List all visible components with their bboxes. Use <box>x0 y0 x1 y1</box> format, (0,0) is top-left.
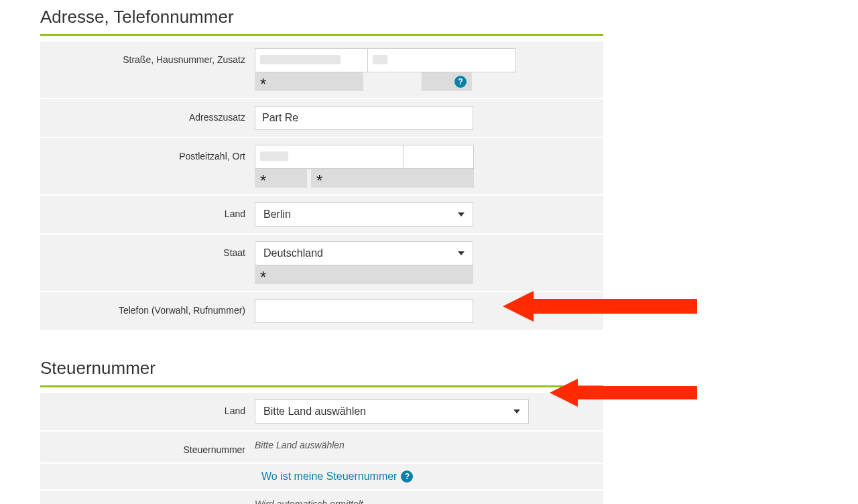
label-addr-extra: Adresszusatz <box>40 106 255 123</box>
land-select-value: Berlin <box>263 208 291 220</box>
annotation-arrow <box>550 379 697 407</box>
row-plz-ort: Postleitzahl, Ort * * <box>40 138 603 194</box>
row-tax-land: Land Bitte Land auswählen <box>40 393 603 430</box>
where-tax-number-link[interactable]: Wo ist meine Steuernummer ? <box>261 470 413 483</box>
section-title-address: Adresse, Telefonnummer <box>40 7 603 32</box>
asterisk-icon: * <box>260 76 266 92</box>
svg-marker-1 <box>550 379 697 407</box>
row-street: Straße, Hausnummer, Zusatz * <box>40 42 603 98</box>
tax-land-select-value: Bitte Land auswählen <box>263 405 366 418</box>
asterisk-icon: * <box>316 173 322 189</box>
section-divider <box>40 34 603 36</box>
row-tax-number: Steuernummer Bitte Land auswählen <box>40 432 603 462</box>
row-tax-link: Wo ist meine Steuernummer ? <box>40 464 603 489</box>
link-label: Wo ist meine Steuernummer <box>261 470 397 483</box>
row-finanzamt: Finanzamt Wird automatisch ermittelt <box>40 491 603 504</box>
required-indicator: * <box>255 265 473 284</box>
required-indicator: * <box>311 169 474 188</box>
finanzamt-hint: Wird automatisch ermittelt <box>255 497 603 504</box>
annotation-arrow <box>503 291 697 322</box>
tax-number-hint: Bitte Land auswählen <box>255 438 603 450</box>
required-indicator: * <box>255 169 307 188</box>
chevron-down-icon <box>458 251 465 255</box>
label-staat: Staat <box>40 241 255 259</box>
addr-extra-input[interactable] <box>255 106 473 130</box>
staat-select[interactable]: Deutschland <box>255 241 473 265</box>
chevron-down-icon <box>513 410 520 414</box>
house-number-input[interactable] <box>367 48 516 72</box>
help-bar: ? <box>422 72 472 91</box>
staat-select-value: Deutschland <box>263 247 323 259</box>
label-land: Land <box>40 202 255 220</box>
asterisk-icon: * <box>260 269 266 286</box>
help-icon[interactable]: ? <box>454 76 467 88</box>
row-staat: Staat Deutschland * <box>40 235 603 291</box>
land-select[interactable]: Berlin <box>255 202 473 227</box>
asterisk-icon: * <box>260 173 266 189</box>
telefon-input[interactable] <box>255 299 473 323</box>
label-plz-ort: Postleitzahl, Ort <box>40 145 255 162</box>
plz-input[interactable] <box>255 145 404 169</box>
svg-marker-0 <box>503 291 697 322</box>
label-telefon: Telefon (Vorwahl, Rufnummer) <box>40 299 255 316</box>
section-divider <box>40 385 603 387</box>
required-indicator: * <box>255 72 363 91</box>
label-tax-land: Land <box>40 399 255 417</box>
label-finanzamt: Finanzamt <box>40 497 255 504</box>
section-title-tax: Steuernummer <box>40 358 603 383</box>
chevron-down-icon <box>458 212 465 216</box>
label-tax-number: Steuernummer <box>40 438 255 456</box>
row-addr-extra: Adresszusatz <box>40 99 603 137</box>
label-street: Straße, Hausnummer, Zusatz <box>40 48 255 66</box>
tax-land-select[interactable]: Bitte Land auswählen <box>255 399 529 424</box>
help-icon[interactable]: ? <box>401 470 413 483</box>
row-land: Land Berlin <box>40 196 603 233</box>
